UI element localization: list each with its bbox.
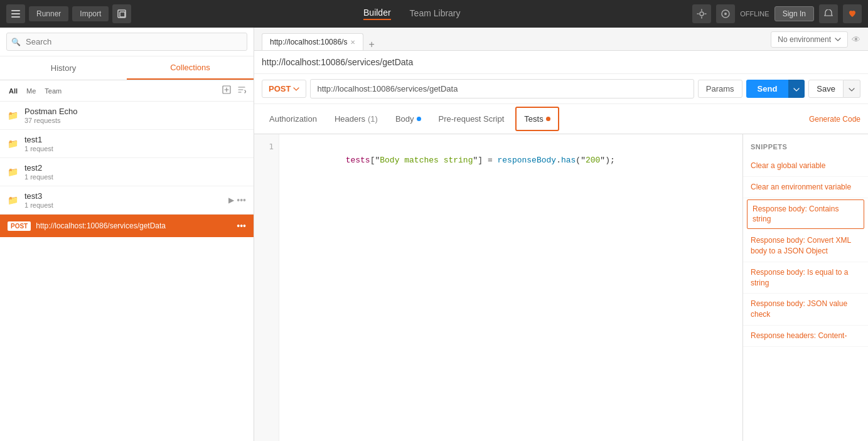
code-area: 1 tests["Body matches string"] = respons… (254, 134, 868, 441)
main-layout: 🔍 History Collections All Me Team (0, 28, 868, 441)
env-selector[interactable]: No environment (771, 31, 848, 48)
tab-bar: http://localhost:10086/s ✕ + No environm… (254, 28, 868, 51)
svg-rect-4 (120, 12, 125, 17)
body-dot (417, 117, 421, 121)
settings-icon[interactable] (692, 4, 711, 23)
list-item[interactable]: 📁 test1 1 request (0, 130, 254, 158)
save-group: Save (808, 80, 860, 98)
folder-icon: 📁 (8, 139, 18, 149)
list-item[interactable]: 📁 test2 1 request (0, 158, 254, 186)
save-dropdown[interactable] (844, 80, 860, 98)
expand-icon[interactable]: ▶ (228, 196, 234, 205)
request-url-bar: http://localhost:10086/services/getData (254, 51, 868, 74)
tab-headers[interactable]: Headers (1) (327, 108, 385, 130)
signin-button[interactable]: Sign In (774, 6, 814, 21)
history-tab[interactable]: History (0, 56, 127, 80)
send-button[interactable]: Send (746, 80, 789, 98)
collection-info: test1 1 request (24, 135, 246, 152)
new-collection-icon[interactable] (221, 84, 232, 97)
builder-tab[interactable]: Builder (363, 8, 391, 20)
sidebar: 🔍 History Collections All Me Team (0, 28, 254, 441)
snippet-item[interactable]: Clear an environment variable (743, 177, 868, 198)
collections-list: 📁 Postman Echo 37 requests 📁 test1 1 req… (0, 102, 254, 441)
filter-me[interactable]: Me (24, 86, 38, 96)
more-icon[interactable]: ••• (237, 195, 246, 205)
post-url: http://localhost:10086/services/getData (36, 221, 166, 230)
editor-area: 1 tests["Body matches string"] = respons… (254, 134, 742, 441)
sidebar-toggle[interactable] (6, 4, 25, 23)
search-icon: 🔍 (11, 38, 21, 46)
tab-pre-request[interactable]: Pre-request Script (431, 108, 512, 130)
topbar-left: Runner Import (6, 4, 131, 23)
env-area: No environment 👁 (771, 31, 860, 48)
method-selector[interactable]: POST (262, 80, 306, 98)
search-input[interactable] (6, 33, 247, 51)
snippet-item[interactable]: Response body: JSON value check (743, 294, 868, 326)
snippet-item[interactable]: Response body: Convert XML body to a JSO… (743, 230, 868, 262)
snippet-item[interactable]: Clear a global variable (743, 156, 868, 177)
tab-body[interactable]: Body (388, 108, 429, 130)
filter-buttons: All Me Team (6, 86, 64, 96)
topbar: Runner Import Builder Team Library OFFLI… (0, 0, 868, 28)
folder-icon: 📁 (8, 195, 18, 205)
sort-icon[interactable] (236, 84, 247, 97)
add-tab-button[interactable]: + (366, 39, 377, 50)
snippet-item[interactable]: Response body: Is equal to a string (743, 262, 868, 294)
post-more-icon[interactable]: ••• (237, 221, 246, 231)
collections-tab[interactable]: Collections (127, 56, 254, 80)
list-item[interactable]: 📁 test3 1 request ▶ ••• (0, 186, 254, 215)
sidebar-filter-row: All Me Team (0, 80, 254, 102)
filter-all[interactable]: All (6, 86, 20, 96)
send-group: Send (746, 80, 805, 98)
folder-icon: 📁 (8, 110, 18, 120)
svg-rect-2 (11, 16, 20, 18)
code-line-1: tests["Body matches string"] = responseB… (287, 142, 735, 179)
list-item[interactable]: 📁 Postman Echo 37 requests (0, 102, 254, 130)
post-badge: POST (8, 221, 31, 231)
search-wrap: 🔍 (6, 33, 247, 51)
request-tabs: Authorization Headers (1) Body Pre-reque… (254, 104, 868, 134)
snippets-title: SNIPPETS (743, 139, 868, 156)
tests-dot (546, 117, 550, 121)
tab-authorization[interactable]: Authorization (262, 108, 324, 130)
active-post-item[interactable]: POST http://localhost:10086/services/get… (0, 215, 254, 237)
team-library-tab[interactable]: Team Library (410, 8, 461, 19)
code-editor[interactable]: tests["Body matches string"] = responseB… (279, 134, 742, 441)
new-window-button[interactable] (112, 4, 131, 23)
url-tab[interactable]: http://localhost:10086/s ✕ (262, 33, 363, 50)
eye-button[interactable]: 👁 (852, 35, 860, 45)
svg-point-7 (724, 13, 727, 15)
import-button[interactable]: Import (72, 6, 109, 21)
send-dropdown[interactable] (788, 80, 805, 98)
svg-rect-0 (11, 10, 20, 11)
filter-team[interactable]: Team (42, 86, 64, 96)
collection-info: test2 1 request (24, 163, 246, 181)
target-icon[interactable] (716, 4, 735, 23)
svg-rect-1 (11, 13, 20, 14)
snippets-panel: SNIPPETS Clear a global variable Clear a… (742, 134, 868, 441)
collection-info: Postman Echo 37 requests (24, 107, 246, 124)
heart-icon[interactable] (843, 4, 862, 23)
svg-point-5 (700, 12, 704, 16)
snippet-contains-string[interactable]: Response body: Contains string (747, 199, 864, 230)
runner-button[interactable]: Runner (29, 6, 68, 21)
tab-tests[interactable]: Tests (515, 107, 559, 131)
snippet-item[interactable]: Response headers: Content- (743, 326, 868, 347)
notification-icon[interactable] (819, 4, 838, 23)
url-input[interactable] (310, 79, 694, 98)
line-numbers: 1 (254, 134, 279, 441)
sidebar-search-area: 🔍 (0, 28, 254, 56)
offline-status: OFFLINE (740, 10, 769, 18)
folder-icon: 📁 (8, 167, 18, 177)
full-url-display: http://localhost:10086/services/getData (262, 56, 413, 68)
sidebar-tabs: History Collections (0, 56, 254, 80)
right-panel: http://localhost:10086/s ✕ + No environm… (254, 28, 868, 441)
import-label: Import (80, 9, 101, 18)
collection-info: test3 1 request (24, 191, 228, 209)
save-button[interactable]: Save (808, 80, 844, 98)
topbar-center: Builder Team Library (136, 8, 687, 20)
generate-code-button[interactable]: Generate Code (809, 115, 860, 124)
params-button[interactable]: Params (698, 80, 742, 98)
request-row: POST Params Send Save (254, 74, 868, 104)
close-tab-icon[interactable]: ✕ (350, 39, 355, 46)
